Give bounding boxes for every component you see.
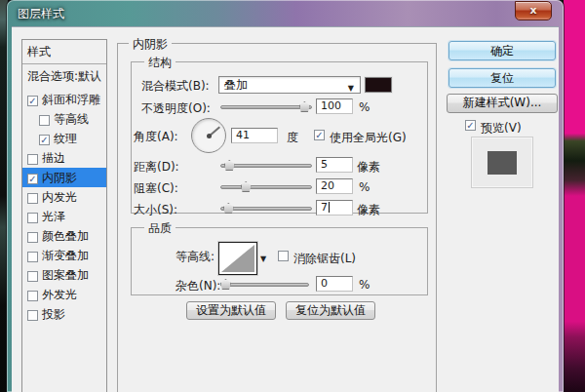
structure-group: 结构 混合模式(B): 叠加 ▼ 不透明度(O): 100 % 角度(A): — [131, 61, 428, 214]
angle-field[interactable]: 41 — [231, 128, 278, 143]
sidebar-item-contour[interactable]: ✓等高线 — [22, 109, 106, 129]
opacity-label: 不透明度(O): — [141, 100, 211, 117]
screen: 图层样式 x 样式 混合选项:默认✓斜面和浮雕✓等高线✓纹理✓描边✓内阴影✓内发… — [0, 0, 585, 392]
sidebar-item-label: 斜面和浮雕 — [42, 93, 100, 106]
choke-label: 阻塞(C): — [134, 180, 178, 197]
quality-group: 品质 等高线: ▼ ✓ 消除锯齿(L) 杂色(N): 0 % — [131, 227, 428, 295]
desktop-background-right — [564, 0, 585, 392]
checkbox[interactable]: ✓ — [27, 96, 38, 106]
sidebar-item-label: 渐变叠加 — [42, 249, 89, 262]
angle-dial[interactable] — [191, 118, 226, 153]
sidebar-item-blending-options[interactable]: 混合选项:默认 — [22, 66, 106, 86]
shadow-color-swatch[interactable] — [365, 77, 392, 93]
use-global-light-checkbox[interactable]: ✓ — [314, 130, 325, 140]
sidebar-item-label: 投影 — [42, 307, 65, 321]
checkbox[interactable]: ✓ — [27, 154, 38, 165]
choke-slider[interactable] — [220, 181, 312, 193]
noise-unit: % — [359, 278, 370, 292]
checkbox[interactable]: ✓ — [39, 135, 50, 145]
size-slider[interactable] — [220, 203, 312, 215]
layer-style-dialog: 图层样式 x 样式 混合选项:默认✓斜面和浮雕✓等高线✓纹理✓描边✓内阴影✓内发… — [7, 0, 564, 392]
sidebar-item-inner-shadow[interactable]: ✓内阴影 — [22, 168, 106, 187]
slider-thumb[interactable] — [220, 279, 231, 290]
sidebar-item-pattern-overlay[interactable]: ✓图案叠加 — [22, 265, 106, 285]
chevron-down-icon: ▼ — [348, 81, 354, 97]
contour-picker[interactable] — [218, 242, 257, 275]
distance-slider[interactable] — [220, 160, 312, 172]
style-preview-thumbnail — [471, 137, 533, 188]
styles-list-header: 样式 — [22, 40, 106, 63]
sidebar-item-label: 内发光 — [42, 190, 77, 204]
titlebar[interactable]: 图层样式 x — [7, 0, 564, 26]
choke-unit: % — [359, 180, 370, 194]
blend-mode-label: 混合模式(B): — [141, 78, 210, 95]
use-global-light-label: 使用全局光(G) — [330, 130, 407, 146]
sidebar-item-label: 描边 — [42, 151, 65, 165]
sidebar-item-texture[interactable]: ✓纹理 — [22, 129, 106, 148]
sidebar-item-drop-shadow[interactable]: ✓投影 — [22, 304, 106, 324]
linear-contour-thumbnail — [221, 245, 254, 272]
blend-mode-value: 叠加 — [224, 78, 248, 92]
sidebar-item-stroke[interactable]: ✓描边 — [22, 148, 106, 168]
contour-dropdown-icon[interactable]: ▼ — [260, 255, 266, 263]
checkbox[interactable]: ✓ — [27, 193, 38, 204]
anti-alias-checkbox[interactable]: ✓ — [278, 251, 289, 261]
sidebar-item-label: 颜色叠加 — [42, 229, 89, 243]
check-icon: ✓ — [28, 96, 36, 106]
sidebar-item-label: 图案叠加 — [42, 268, 89, 282]
blend-mode-select[interactable]: 叠加 ▼ — [218, 76, 361, 94]
sidebar-item-outer-glow[interactable]: ✓外发光 — [22, 285, 106, 304]
window-title: 图层样式 — [18, 6, 64, 22]
check-icon: ✓ — [466, 120, 474, 131]
distance-unit: 像素 — [357, 159, 380, 176]
sidebar-item-gradient-overlay[interactable]: ✓渐变叠加 — [22, 246, 106, 265]
noise-field[interactable]: 0 — [316, 276, 353, 292]
quality-legend: 品质 — [144, 220, 176, 237]
choke-field[interactable]: 20 — [316, 178, 353, 194]
divider — [22, 63, 106, 64]
opacity-unit: % — [359, 100, 370, 114]
make-default-button[interactable]: 设置为默认值 — [186, 301, 276, 320]
checkbox[interactable]: ✓ — [27, 291, 38, 301]
check-icon: ✓ — [28, 174, 36, 184]
checkbox[interactable]: ✓ — [27, 252, 38, 262]
slider-thumb[interactable] — [299, 101, 310, 112]
inner-shadow-panel: 内阴影 结构 混合模式(B): 叠加 ▼ 不透明度(O): 100 — [117, 43, 437, 392]
slider-thumb[interactable] — [224, 160, 235, 171]
angle-center-dot — [207, 134, 212, 138]
sidebar-item-color-overlay[interactable]: ✓颜色叠加 — [22, 226, 106, 246]
checkbox[interactable]: ✓ — [27, 213, 38, 223]
preview-checkbox[interactable]: ✓ — [465, 120, 476, 131]
angle-label: 角度(A): — [134, 129, 178, 145]
sidebar-item-bevel-and-emboss[interactable]: ✓斜面和浮雕 — [22, 90, 106, 109]
noise-label: 杂色(N): — [176, 278, 220, 294]
checkbox[interactable]: ✓ — [27, 310, 38, 321]
opacity-slider[interactable] — [220, 101, 312, 113]
checkbox[interactable]: ✓ — [27, 271, 38, 282]
ok-button[interactable]: 确定 — [448, 41, 556, 60]
preview-label: 预览(V) — [481, 120, 522, 137]
sidebar-item-label: 外发光 — [42, 288, 77, 301]
reset-default-button[interactable]: 复位为默认值 — [286, 301, 375, 320]
distance-field[interactable]: 5 — [316, 157, 353, 173]
text-cursor — [329, 202, 330, 213]
close-icon: x — [529, 4, 536, 17]
slider-thumb[interactable] — [241, 181, 252, 192]
noise-slider[interactable] — [220, 279, 309, 291]
size-field[interactable]: 7 — [316, 200, 353, 216]
close-button[interactable]: x — [515, 1, 552, 20]
checkbox[interactable]: ✓ — [27, 232, 38, 243]
checkbox[interactable]: ✓ — [27, 174, 38, 184]
sidebar-item-inner-glow[interactable]: ✓内发光 — [22, 187, 106, 207]
check-icon: ✓ — [315, 130, 323, 140]
slider-track — [220, 185, 312, 189]
new-style-button[interactable]: 新建样式(W)... — [447, 94, 558, 113]
styles-list-items: 混合选项:默认✓斜面和浮雕✓等高线✓纹理✓描边✓内阴影✓内发光✓光泽✓颜色叠加✓… — [22, 66, 106, 324]
slider-thumb[interactable] — [223, 203, 234, 214]
sidebar-item-label: 内阴影 — [42, 171, 77, 184]
sidebar-item-label: 纹理 — [54, 132, 77, 145]
opacity-field[interactable]: 100 — [316, 98, 353, 114]
reset-button[interactable]: 复位 — [448, 68, 556, 88]
checkbox[interactable]: ✓ — [39, 115, 50, 126]
sidebar-item-satin[interactable]: ✓光泽 — [22, 207, 106, 226]
